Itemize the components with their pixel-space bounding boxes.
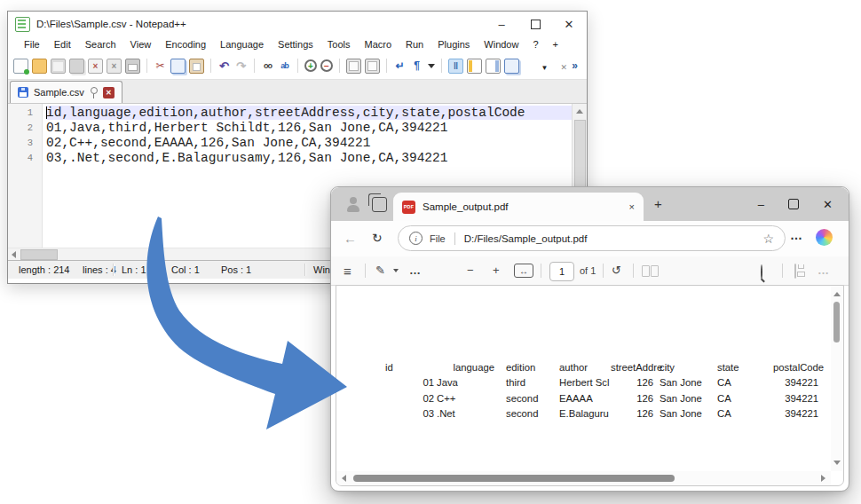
scroll-up-icon[interactable] <box>833 292 841 296</box>
save-icon[interactable] <box>794 264 796 279</box>
scroll-up-icon[interactable] <box>576 109 583 114</box>
pdf-col-header: language <box>437 360 506 375</box>
back-icon[interactable]: ← <box>344 231 357 246</box>
new-file-icon[interactable] <box>13 59 28 74</box>
save-icon[interactable] <box>51 59 66 74</box>
menu-item-2[interactable]: Search <box>78 39 123 50</box>
pdf-col-header: author <box>559 360 611 375</box>
favorites-star-icon[interactable]: ☆ <box>762 232 774 246</box>
toolbar-close-icon[interactable]: ✕ <box>560 63 567 72</box>
pdf-vertical-scrollbar[interactable] <box>831 286 843 471</box>
document-map-icon[interactable] <box>486 59 501 74</box>
sync-scroll-h-icon[interactable] <box>365 59 380 74</box>
tab-sample-csv[interactable]: Sample.csv ✕ <box>10 81 122 103</box>
menu-item-8[interactable]: Macro <box>357 39 399 50</box>
menu-item-0[interactable]: File <box>17 39 47 50</box>
zoom-out-icon[interactable]: − <box>467 264 474 277</box>
site-info-icon[interactable]: i <box>409 232 423 245</box>
status-position: Pos : 1 <box>221 264 251 275</box>
menu-item-7[interactable]: Tools <box>320 39 358 50</box>
menu-item-6[interactable]: Settings <box>271 39 320 50</box>
hscroll-thumb[interactable] <box>20 249 58 260</box>
pdf-page[interactable]: idlanguageeditionauthorstreetAddrecityst… <box>336 285 844 486</box>
scroll-left-icon[interactable] <box>342 475 346 482</box>
pdf-more-icon[interactable]: … <box>818 264 829 277</box>
draw-caret-icon[interactable] <box>393 269 399 272</box>
address-bar[interactable]: i File D:/Files/Sample_output.pdf ☆ <box>398 225 786 251</box>
edge-close-button[interactable]: ✕ <box>823 198 833 211</box>
redo-icon[interactable] <box>234 59 248 73</box>
zoom-in-icon[interactable]: + <box>493 264 500 277</box>
tab-close-icon[interactable]: × <box>629 201 635 212</box>
pdf-vscroll-thumb[interactable] <box>833 302 840 343</box>
npp-titlebar[interactable]: D:\Files\Sample.csv - Notepad++ – ✕ <box>8 12 587 36</box>
close-all-icon[interactable] <box>107 59 122 74</box>
edge-minimize-button[interactable]: – <box>758 198 764 211</box>
edge-maximize-button[interactable] <box>788 199 799 209</box>
toolbar-separator <box>386 59 387 73</box>
dropdown-icon[interactable] <box>427 59 435 73</box>
scroll-down-icon[interactable] <box>833 461 841 465</box>
print-icon[interactable] <box>125 59 140 74</box>
tab-sample-output-pdf[interactable]: PDF Sample_output.pdf × <box>393 193 644 221</box>
zoom-in-icon[interactable] <box>304 59 317 72</box>
annotate-more-icon[interactable]: … <box>409 264 421 277</box>
line-number: 4 <box>8 153 33 163</box>
open-folder-icon[interactable] <box>32 59 47 74</box>
fit-to-width-icon[interactable]: ↔ <box>514 264 533 278</box>
pdf-cell: Java <box>437 375 506 390</box>
pdf-cell: C++ <box>437 391 506 406</box>
pin-icon[interactable] <box>90 87 98 98</box>
menu-item-11[interactable]: Window <box>477 39 525 50</box>
replace-icon[interactable] <box>278 59 291 73</box>
close-icon[interactable] <box>88 59 103 74</box>
refresh-icon[interactable]: ↻ <box>372 231 383 245</box>
address-url[interactable]: D:/Files/Sample_output.pdf <box>464 233 758 244</box>
scroll-right-icon[interactable] <box>821 475 825 482</box>
save-all-icon[interactable] <box>69 59 84 74</box>
page-number-input[interactable]: 1 <box>549 262 574 281</box>
profile-avatar-icon[interactable] <box>345 196 361 212</box>
menu-item-5[interactable]: Language <box>213 39 271 50</box>
editor-line-3: 302,C++,second,EAAAA,126,San Jone,CA,394… <box>8 136 573 151</box>
menu-item-4[interactable]: Encoding <box>158 39 213 50</box>
cut-icon[interactable] <box>154 59 167 73</box>
pdf-horizontal-scrollbar[interactable] <box>336 471 831 485</box>
find-icon[interactable] <box>261 59 274 73</box>
indent-guide-icon[interactable] <box>448 59 463 74</box>
zoom-out-icon[interactable] <box>320 59 333 72</box>
workspaces-icon[interactable] <box>372 197 387 212</box>
sync-scroll-v-icon[interactable] <box>346 59 361 74</box>
npp-close-button[interactable]: ✕ <box>564 19 574 29</box>
edge-tabstrip: PDF Sample_output.pdf × + – ✕ <box>331 187 849 221</box>
function-list-icon[interactable] <box>467 59 482 74</box>
new-tab-button[interactable]: + <box>654 196 662 211</box>
paste-icon[interactable] <box>189 59 204 74</box>
menu-item-13[interactable]: + <box>546 39 565 50</box>
menu-item-12[interactable]: ? <box>525 39 545 50</box>
menu-item-9[interactable]: Run <box>399 39 430 50</box>
document-list-icon[interactable] <box>504 59 519 74</box>
browser-more-icon[interactable]: … <box>790 228 802 242</box>
word-wrap-icon[interactable] <box>393 59 407 73</box>
rotate-icon[interactable]: ↺ <box>612 264 621 277</box>
menu-item-3[interactable]: View <box>123 39 159 50</box>
pdf-cell: 394221 <box>768 406 824 421</box>
show-symbols-icon[interactable] <box>410 59 423 73</box>
pdf-hscroll-thumb[interactable] <box>353 475 675 482</box>
npp-minimize-button[interactable]: – <box>496 19 507 29</box>
table-of-contents-icon[interactable]: ≡ <box>344 264 352 279</box>
npp-maximize-button[interactable] <box>531 20 541 29</box>
tab-close-button[interactable]: ✕ <box>103 87 115 98</box>
scroll-left-icon[interactable] <box>12 251 16 258</box>
menu-item-1[interactable]: Edit <box>47 39 78 50</box>
search-icon[interactable] <box>761 264 762 280</box>
copy-icon[interactable] <box>170 59 186 74</box>
copilot-icon[interactable] <box>816 229 833 246</box>
pdf-cell: 394221 <box>768 375 824 390</box>
menu-item-10[interactable]: Plugins <box>430 39 477 50</box>
toolbar-chevron-down-icon[interactable]: ▼ <box>541 64 549 72</box>
undo-icon[interactable] <box>217 59 231 73</box>
toolbar-overflow-icon[interactable]: » <box>572 59 578 72</box>
draw-pen-icon[interactable]: ✎ <box>375 264 385 277</box>
